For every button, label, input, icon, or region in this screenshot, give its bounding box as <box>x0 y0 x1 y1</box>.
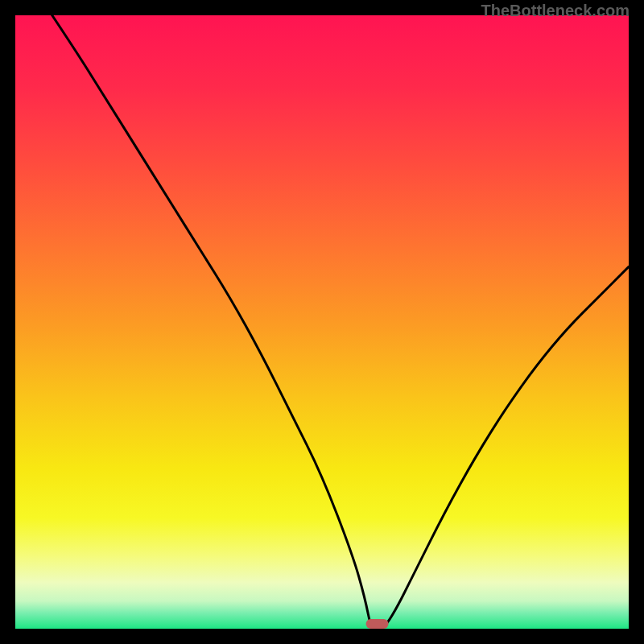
plot-area <box>15 15 629 629</box>
attribution-label: TheBottleneck.com <box>481 2 630 20</box>
chart-frame: TheBottleneck.com <box>0 0 644 644</box>
gradient-rect <box>15 15 629 629</box>
chart-svg <box>15 15 629 629</box>
min-marker <box>366 619 389 629</box>
